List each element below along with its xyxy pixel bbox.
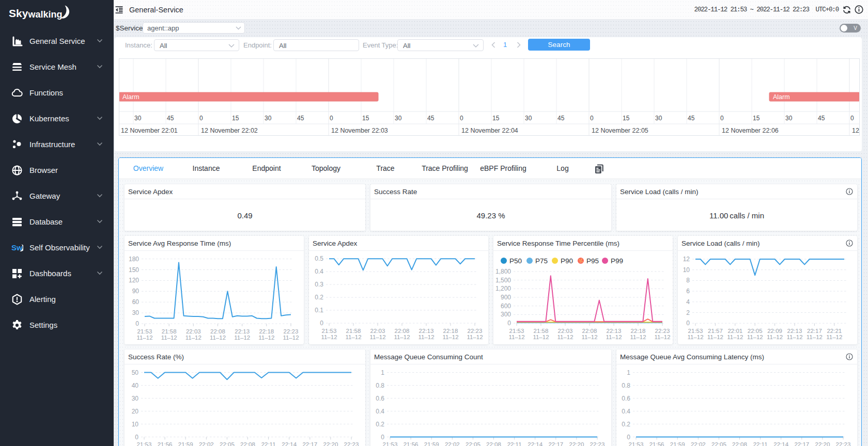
svg-text:45: 45 (427, 115, 435, 122)
svg-text:22:11: 22:11 (753, 441, 768, 446)
svg-text:22:23: 22:23 (468, 328, 483, 334)
svg-text:11–12: 11–12 (826, 334, 842, 340)
svg-text:0.1: 0.1 (315, 307, 323, 314)
svg-text:22:11: 22:11 (507, 441, 522, 446)
svg-text:45: 45 (557, 115, 565, 122)
svg-text:15: 15 (232, 115, 239, 122)
svg-text:15: 15 (623, 115, 630, 122)
svg-text:12 November 22:03: 12 November 22:03 (331, 127, 388, 134)
svg-text:0.4: 0.4 (622, 408, 630, 415)
svg-text:22:02: 22:02 (199, 441, 214, 446)
svg-text:21:59: 21:59 (178, 441, 193, 446)
svg-text:150: 150 (129, 266, 139, 274)
svg-text:22:03: 22:03 (558, 328, 573, 334)
svg-text:21:53: 21:53 (629, 441, 644, 446)
svg-text:12 November 22:02: 12 November 22:02 (201, 127, 258, 134)
svg-text:40: 40 (132, 382, 139, 389)
svg-text:22:17: 22:17 (302, 441, 317, 446)
svg-text:11–12: 11–12 (283, 334, 299, 341)
svg-text:22:02: 22:02 (445, 441, 460, 446)
svg-text:0.2: 0.2 (622, 421, 630, 428)
svg-text:21:58: 21:58 (162, 328, 177, 334)
svg-text:0: 0 (330, 115, 333, 122)
svg-text:22:05: 22:05 (466, 441, 481, 446)
svg-text:30: 30 (265, 115, 272, 122)
svg-text:11–12: 11–12 (258, 334, 274, 341)
svg-text:900: 900 (501, 294, 511, 301)
svg-text:11–12: 11–12 (654, 334, 670, 340)
svg-text:0.5: 0.5 (315, 255, 323, 262)
svg-text:22:14: 22:14 (773, 441, 788, 446)
svg-text:22:18: 22:18 (631, 328, 646, 334)
svg-text:11–12: 11–12 (533, 334, 549, 340)
svg-text:11–12: 11–12 (687, 334, 703, 340)
svg-text:15: 15 (492, 115, 500, 122)
svg-text:1,800: 1,800 (495, 268, 511, 275)
svg-text:12 November 22:06: 12 November 22:06 (722, 127, 779, 134)
svg-text:0: 0 (320, 320, 323, 327)
svg-text:30: 30 (132, 395, 139, 402)
svg-text:22:03: 22:03 (370, 328, 385, 334)
svg-text:11–12: 11–12 (321, 334, 337, 340)
svg-text:22:23: 22:23 (590, 441, 605, 446)
svg-text:22:13: 22:13 (235, 328, 250, 334)
svg-text:0: 0 (460, 115, 463, 122)
svg-text:15: 15 (362, 115, 369, 122)
svg-text:11–12: 11–12 (747, 334, 763, 340)
svg-text:11–12: 11–12 (630, 334, 646, 340)
svg-text:22:18: 22:18 (443, 328, 458, 334)
svg-text:50: 50 (132, 369, 139, 376)
svg-text:Alarm: Alarm (773, 93, 790, 101)
svg-text:30: 30 (134, 115, 142, 122)
svg-text:11–12: 11–12 (786, 334, 802, 340)
svg-text:0: 0 (850, 115, 854, 122)
svg-text:21:58: 21:58 (346, 328, 361, 334)
svg-text:11–12: 11–12 (557, 334, 573, 340)
svg-text:30: 30 (785, 115, 793, 122)
svg-text:60: 60 (132, 298, 140, 306)
svg-text:0.3: 0.3 (315, 281, 323, 288)
svg-text:22:20: 22:20 (323, 441, 338, 446)
svg-text:4: 4 (686, 298, 690, 306)
svg-text:11–12: 11–12 (136, 334, 152, 341)
svg-text:90: 90 (132, 288, 140, 295)
svg-text:21:53: 21:53 (383, 441, 398, 446)
svg-text:10: 10 (683, 266, 690, 274)
svg-text:0: 0 (627, 434, 630, 441)
svg-text:0.6: 0.6 (622, 395, 630, 402)
svg-text:P50: P50 (509, 257, 522, 265)
svg-text:22:05: 22:05 (711, 441, 726, 446)
svg-text:0: 0 (686, 320, 690, 327)
svg-text:22:08: 22:08 (732, 441, 747, 446)
svg-text:0.8: 0.8 (622, 382, 630, 389)
svg-text:30: 30 (525, 115, 532, 122)
svg-text:11–12: 11–12 (727, 334, 743, 340)
svg-text:30: 30 (395, 115, 402, 122)
svg-text:21:56: 21:56 (158, 441, 173, 446)
svg-text:0: 0 (381, 434, 384, 441)
svg-text:0.8: 0.8 (376, 382, 384, 389)
svg-text:21:53: 21:53 (137, 328, 152, 334)
svg-text:600: 600 (501, 302, 511, 310)
svg-text:6: 6 (686, 288, 690, 295)
svg-text:21:59: 21:59 (424, 441, 439, 446)
svg-text:180: 180 (129, 256, 139, 263)
svg-text:22:05: 22:05 (748, 328, 763, 334)
svg-text:11–12: 11–12 (707, 334, 723, 340)
svg-text:2: 2 (686, 309, 690, 316)
svg-text:45: 45 (818, 115, 825, 122)
svg-text:0.2: 0.2 (315, 294, 323, 301)
svg-text:21:58: 21:58 (534, 328, 549, 334)
svg-text:P75: P75 (535, 257, 548, 265)
svg-text:22:17: 22:17 (548, 441, 563, 446)
svg-text:22:08: 22:08 (210, 328, 225, 334)
svg-text:11–12: 11–12 (234, 334, 250, 341)
svg-text:11–12: 11–12 (210, 334, 226, 341)
svg-text:22:23: 22:23 (284, 328, 299, 334)
svg-text:1: 1 (381, 369, 384, 376)
svg-text:11–12: 11–12 (508, 334, 524, 340)
svg-text:22:17: 22:17 (807, 328, 822, 334)
svg-text:21:53: 21:53 (322, 328, 337, 334)
svg-text:300: 300 (501, 311, 511, 318)
svg-text:22:14: 22:14 (528, 441, 542, 446)
